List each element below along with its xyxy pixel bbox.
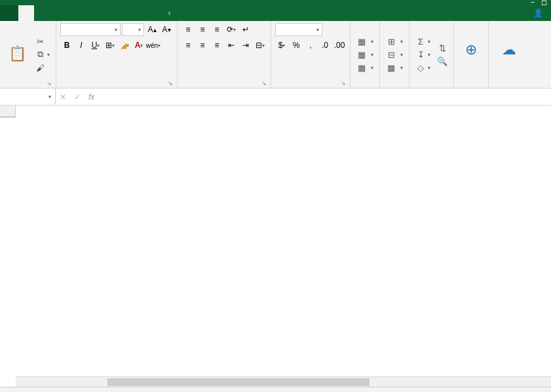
- format-cells-button[interactable]: ▦▾: [384, 62, 405, 73]
- invoice-check-button[interactable]: ⊕: [458, 23, 484, 86]
- shrink-font-button[interactable]: A▾: [160, 23, 173, 36]
- select-all-corner[interactable]: [0, 106, 16, 117]
- cell-style-button[interactable]: ▦▾: [354, 62, 375, 73]
- inc-decimal-button[interactable]: .0: [318, 39, 332, 52]
- group-cells: ⊞▾ ⊟▾ ▦▾: [380, 21, 409, 88]
- dec-decimal-button[interactable]: .00: [333, 39, 346, 52]
- phonetic-button[interactable]: wén▾: [147, 39, 160, 52]
- delete-cells-button[interactable]: ⊟▾: [384, 49, 405, 60]
- window-max-icon[interactable]: ◻: [541, 0, 547, 5]
- tellme-search[interactable]: ♀: [166, 9, 175, 18]
- sort-filter-button[interactable]: ⇅: [435, 42, 449, 54]
- sigma-icon: Σ: [415, 36, 426, 47]
- share-icon: 👤: [533, 9, 543, 18]
- format-icon: ▦: [386, 62, 396, 73]
- format-painter-button[interactable]: 🖌: [33, 62, 52, 73]
- currency-button[interactable]: $▾: [275, 39, 288, 52]
- ribbon: 📋 ✂ ⧉▾ 🖌 ↘ ▾ ▾ A▴ A▾ B I U▾ ⊞▾: [0, 21, 551, 88]
- share-button[interactable]: 👤: [533, 9, 546, 18]
- find-icon: 🔍: [437, 56, 447, 66]
- find-button[interactable]: 🔍: [435, 55, 449, 67]
- copy-icon: ⧉: [35, 49, 45, 60]
- copy-button[interactable]: ⧉▾: [33, 49, 52, 60]
- spreadsheet-grid[interactable]: [0, 106, 551, 392]
- paste-icon: 📋: [8, 45, 26, 63]
- align-middle-button[interactable]: ≡: [196, 23, 209, 36]
- delete-icon: ⊟: [386, 49, 396, 60]
- cond-format-button[interactable]: ▦▾: [354, 35, 375, 47]
- titlebar: − ◻: [0, 0, 551, 5]
- insert-icon: ⊞: [386, 36, 396, 47]
- fx-button[interactable]: fx: [88, 92, 94, 102]
- indent-dec-button[interactable]: ⇤: [225, 39, 238, 52]
- save-cloud-button[interactable]: ☁: [493, 23, 525, 86]
- font-size-select[interactable]: ▾: [122, 23, 144, 36]
- orientation-button[interactable]: ⟳▾: [225, 23, 238, 36]
- sum-button[interactable]: Σ▾: [413, 35, 432, 47]
- merge-button[interactable]: ⊟▾: [254, 39, 267, 52]
- formula-bar: ▾ ✕ ✓ fx: [0, 88, 551, 106]
- group-alignment: ≡ ≡ ≡ ⟳▾ ↵ ≡ ≡ ≡ ⇤ ⇥ ⊟▾ ↘: [178, 21, 271, 88]
- clear-button[interactable]: ◇▾: [413, 62, 432, 73]
- group-clipboard: 📋 ✂ ⧉▾ 🖌 ↘: [0, 21, 56, 88]
- font-color-button[interactable]: A▾: [132, 39, 145, 52]
- tab-formulas[interactable]: [66, 5, 81, 21]
- group-invoice: ⊕: [454, 21, 489, 88]
- cut-button[interactable]: ✂: [33, 35, 52, 47]
- tab-netdisk[interactable]: [144, 5, 160, 21]
- sheet-tabbar[interactable]: [0, 387, 551, 392]
- tab-review[interactable]: [97, 5, 113, 21]
- fill-button[interactable]: ↧▾: [413, 49, 432, 60]
- fill-icon: ↧: [415, 49, 426, 60]
- indent-inc-button[interactable]: ⇥: [239, 39, 252, 52]
- sort-icon: ⇅: [437, 43, 447, 53]
- tab-insert[interactable]: [34, 5, 50, 21]
- table-icon: ▦: [356, 49, 367, 60]
- align-left-button[interactable]: ≡: [181, 39, 195, 52]
- launcher-icon[interactable]: ↘: [47, 80, 52, 87]
- scrollbar-thumb[interactable]: [107, 378, 370, 386]
- font-name-select[interactable]: ▾: [60, 23, 121, 36]
- tab-view[interactable]: [113, 5, 128, 21]
- align-center-button[interactable]: ≡: [196, 39, 209, 52]
- group-save: ☁: [489, 21, 529, 88]
- paste-button[interactable]: 📋: [4, 23, 30, 86]
- group-editing: Σ▾ ↧▾ ◇▾ ⇅ 🔍: [409, 21, 454, 88]
- brush-icon: 🖌: [35, 62, 45, 73]
- wrap-text-button[interactable]: ↵: [239, 23, 252, 36]
- enter-icon[interactable]: ✓: [74, 92, 81, 102]
- bold-button[interactable]: B: [60, 39, 73, 52]
- align-top-button[interactable]: ≡: [181, 23, 195, 36]
- scrollbar-horizontal[interactable]: [16, 376, 551, 387]
- tab-pdf[interactable]: [128, 5, 144, 21]
- table-format-button[interactable]: ▦▾: [354, 49, 375, 60]
- italic-button[interactable]: I: [75, 39, 88, 52]
- grow-font-button[interactable]: A▴: [145, 23, 159, 36]
- name-box[interactable]: ▾: [0, 88, 56, 105]
- window-min-icon[interactable]: −: [531, 0, 535, 5]
- tab-home[interactable]: [18, 5, 34, 21]
- percent-button[interactable]: %: [290, 39, 303, 52]
- cancel-icon[interactable]: ✕: [60, 92, 66, 102]
- group-font: ▾ ▾ A▴ A▾ B I U▾ ⊞▾ ◢▾ A▾ wén▾ ↘: [56, 21, 178, 88]
- tab-file[interactable]: [0, 5, 18, 21]
- launcher-icon[interactable]: ↘: [261, 80, 267, 87]
- underline-button[interactable]: U▾: [89, 39, 102, 52]
- align-right-button[interactable]: ≡: [210, 39, 223, 52]
- launcher-icon[interactable]: ↘: [168, 80, 173, 87]
- tab-layout[interactable]: [50, 5, 66, 21]
- cond-format-icon: ▦: [356, 36, 367, 47]
- cut-icon: ✂: [35, 36, 45, 47]
- align-bottom-button[interactable]: ≡: [210, 23, 223, 36]
- invoice-icon: ⊕: [462, 41, 480, 59]
- tab-data[interactable]: [81, 5, 97, 21]
- bulb-icon: ♀: [166, 9, 172, 18]
- fill-color-button[interactable]: ◢▾: [118, 39, 131, 52]
- group-styles: ▦▾ ▦▾ ▦▾: [351, 21, 380, 88]
- comma-button[interactable]: ,: [304, 39, 317, 52]
- number-format-select[interactable]: ▾: [275, 23, 322, 36]
- launcher-icon[interactable]: ↘: [341, 80, 346, 87]
- cell-style-icon: ▦: [356, 62, 367, 73]
- border-button[interactable]: ⊞▾: [104, 39, 117, 52]
- insert-cells-button[interactable]: ⊞▾: [384, 35, 405, 47]
